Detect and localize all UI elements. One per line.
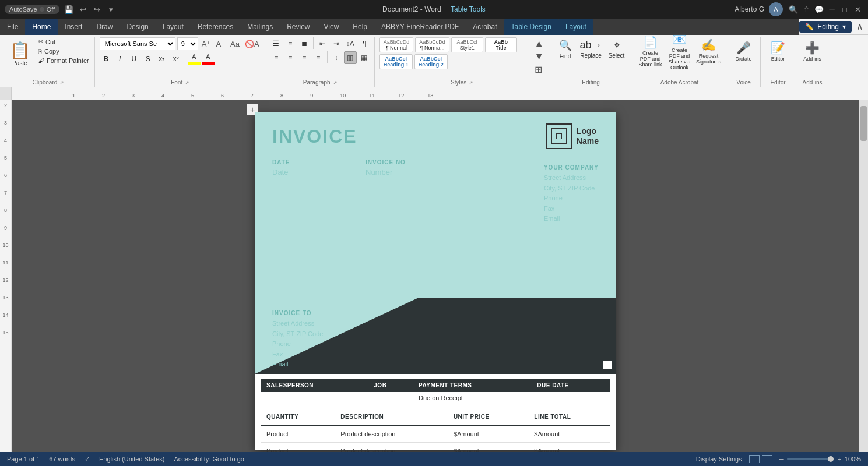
tab-design[interactable]: Design — [120, 19, 155, 35]
change-case-button[interactable]: Aa — [229, 39, 241, 49]
tab-draw[interactable]: Draw — [89, 19, 120, 35]
increase-indent-button[interactable]: ⇥ — [330, 37, 343, 50]
vertical-scrollbar[interactable] — [859, 100, 868, 452]
numbered-list-button[interactable]: ≡ — [284, 37, 297, 50]
tab-help[interactable]: Help — [346, 19, 374, 35]
language-status[interactable]: English (United States) — [99, 456, 165, 463]
cut-button[interactable]: ✂ Cut — [36, 37, 91, 46]
replace-button[interactable]: ab→ Replace — [579, 37, 603, 61]
para-expand-icon[interactable]: ↗ — [333, 80, 338, 86]
highlight-color-button[interactable]: A — [188, 52, 201, 65]
font-name-select[interactable]: Microsoft Sans Se — [100, 37, 175, 50]
font-size-select[interactable]: 9 — [177, 37, 198, 50]
decrease-indent-button[interactable]: ⇤ — [316, 37, 329, 50]
find-button[interactable]: 🔍 Find — [554, 37, 577, 61]
style-heading1[interactable]: AaBbCcI Heading 1 — [379, 54, 413, 69]
italic-button[interactable]: I — [114, 52, 126, 65]
scroll-thumb[interactable] — [860, 106, 867, 141]
tab-review[interactable]: Review — [280, 19, 317, 35]
font-color-button[interactable]: A — [202, 52, 215, 65]
accessibility-status[interactable]: Accessibility: Good to go — [174, 456, 244, 463]
copy-button[interactable]: ⎘ Copy — [36, 47, 91, 55]
addins-button[interactable]: ➕ Add-ins — [800, 37, 825, 65]
tab-table-design[interactable]: Table Design — [504, 19, 558, 35]
zoom-in-button[interactable]: + — [837, 456, 841, 463]
shading-button[interactable]: ▥ — [344, 51, 357, 64]
company-col: YOUR COMPANY Street Address City, ST ZIP… — [544, 164, 599, 224]
clear-formatting-button[interactable]: 🚫A — [243, 39, 261, 49]
font-expand-icon[interactable]: ↗ — [185, 80, 189, 86]
sort-button[interactable]: ↕A — [344, 37, 357, 50]
invoice-to-label: INVOICE TO — [272, 310, 323, 316]
comments-button[interactable]: 💬 — [813, 3, 825, 15]
web-layout-button[interactable] — [762, 455, 772, 463]
align-left-button[interactable]: ≡ — [270, 51, 283, 64]
styles-more-button[interactable]: ⊞ — [533, 63, 545, 76]
strikethrough-button[interactable]: S — [142, 52, 154, 65]
styles-up-button[interactable]: ▲ — [533, 37, 545, 50]
styles-down-button[interactable]: ▼ — [533, 50, 545, 63]
more-qs-button[interactable]: ▾ — [105, 3, 117, 15]
tab-mailings[interactable]: Mailings — [240, 19, 280, 35]
tab-references[interactable]: References — [191, 19, 240, 35]
tab-insert[interactable]: Insert — [58, 19, 89, 35]
save-button[interactable]: 💾 — [63, 3, 75, 15]
style-style1[interactable]: AaBbCcI Style1 — [451, 37, 483, 52]
tab-acrobat[interactable]: Acrobat — [466, 19, 504, 35]
addins-content: ➕ Add-ins — [800, 37, 825, 78]
dictate-button[interactable]: 🎤 Dictate — [731, 37, 757, 65]
close-button[interactable]: ✕ — [852, 3, 863, 15]
format-painter-button[interactable]: 🖌 Format Painter — [36, 57, 91, 65]
bullet-list-button[interactable]: ☰ — [270, 37, 283, 50]
editing-badge-label: Editing — [817, 23, 839, 31]
superscript-button[interactable]: x² — [170, 52, 182, 65]
zoom-slider[interactable] — [787, 458, 834, 460]
redo-button[interactable]: ↪ — [91, 3, 103, 15]
canvas-area[interactable]: + INVOICE Logo Name — [12, 100, 859, 452]
borders-button[interactable]: ▦ — [358, 51, 371, 64]
underline-button[interactable]: U — [128, 52, 140, 65]
minimize-button[interactable]: ─ — [826, 3, 838, 15]
tab-abbyy[interactable]: ABBYY FineReader PDF — [374, 19, 466, 35]
font-grow-button[interactable]: A⁺ — [200, 39, 213, 49]
request-signatures-button[interactable]: ✍ Request Signatures — [695, 37, 722, 65]
restore-button[interactable]: □ — [839, 3, 851, 15]
align-right-button[interactable]: ≡ — [298, 51, 311, 64]
avatar[interactable]: A — [769, 2, 783, 16]
line-spacing-button[interactable]: ↕ — [330, 51, 343, 64]
select-button[interactable]: ⌖ Select — [605, 37, 628, 61]
cut-label: Cut — [45, 38, 55, 45]
ribbon-collapse-button[interactable]: ∧ — [856, 21, 863, 32]
tab-home[interactable]: Home — [25, 19, 58, 35]
style-title[interactable]: AaBb Title — [485, 37, 517, 52]
bold-button[interactable]: B — [100, 52, 113, 65]
styles-expand-icon[interactable]: ↗ — [469, 80, 473, 86]
align-center-button[interactable]: ≡ — [284, 51, 297, 64]
tab-table-layout[interactable]: Layout — [558, 19, 593, 35]
share-button[interactable]: ⇧ — [800, 3, 812, 15]
clipboard-expand-icon[interactable]: ↗ — [59, 80, 64, 86]
show-marks-button[interactable]: ¶ — [358, 37, 371, 50]
autosave-badge[interactable]: AutoSave Off — [5, 5, 59, 14]
font-shrink-button[interactable]: A⁻ — [214, 39, 227, 49]
search-button[interactable]: 🔍 — [788, 3, 799, 15]
tab-layout[interactable]: Layout — [156, 19, 191, 35]
tab-file[interactable]: File — [0, 19, 25, 35]
create-pdf-share-link-button[interactable]: 📄 Create PDF and Share link — [637, 37, 664, 65]
paste-button[interactable]: 📋 Paste — [6, 37, 34, 70]
undo-button[interactable]: ↩ — [77, 3, 89, 15]
zoom-out-button[interactable]: ─ — [779, 456, 784, 463]
style-heading2[interactable]: AaBbCcI Heading 2 — [414, 54, 448, 69]
subscript-button[interactable]: x₂ — [156, 52, 168, 65]
justify-button[interactable]: ≡ — [312, 51, 325, 64]
multilevel-list-button[interactable]: ≣ — [298, 37, 311, 50]
tab-view[interactable]: View — [317, 19, 346, 35]
print-layout-button[interactable] — [749, 455, 760, 463]
style-normal2[interactable]: AaBbCcDd ¶ Norma... — [415, 37, 449, 52]
display-settings-button[interactable]: Display Settings — [696, 456, 742, 463]
main-area: 2 3 4 5 6 7 8 9 10 11 12 13 14 15 + INVO… — [0, 100, 868, 452]
editor-button[interactable]: 📝 Editor — [765, 37, 791, 65]
create-pdf-share-outlook-button[interactable]: 📧 Create PDF and Share via Outlook — [666, 37, 693, 65]
style-normal[interactable]: AaBbCcDd ¶ Normal — [379, 37, 414, 52]
editing-mode-badge[interactable]: ✏️ Editing ▾ — [799, 21, 852, 33]
